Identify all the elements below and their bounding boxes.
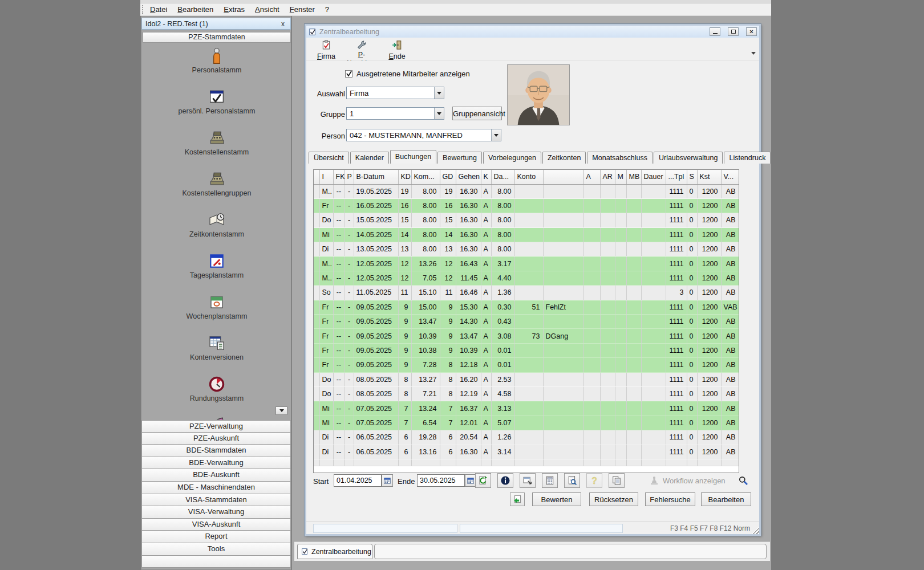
start-date-input[interactable]: 01.04.2025 [334, 474, 382, 487]
booking-row[interactable]: Fr---09.05.202597.28812.18A0.01111101200… [314, 358, 739, 372]
sidebar-section-bde-verwaltung[interactable]: BDE-Verwaltung [141, 457, 291, 470]
booking-row[interactable]: Fr---09.05.2025910.38910.39A0.0111110120… [314, 343, 739, 357]
booking-row[interactable]: Fr---09.05.2025915.00915.30A0.3051FehlZt… [314, 300, 739, 314]
column-header-kom[interactable]: Kom... [411, 170, 440, 184]
sidebar-section-mde-maschinendaten[interactable]: MDE - Maschinendaten [141, 482, 291, 494]
toolbar-button-ende[interactable]: Ende [379, 39, 415, 61]
column-header-kst[interactable]: Kst [697, 170, 721, 184]
sidebar-section-report[interactable]: Report [141, 531, 291, 543]
booking-row[interactable]: Di---13.05.2025138.001316.30A8.001111012… [314, 242, 739, 256]
sidebar-item-kostenstellenstamm[interactable]: Kostenstellenstamm [143, 129, 291, 166]
tab-übersicht[interactable]: Übersicht [309, 152, 349, 164]
sidebar-item-wochenplanstamm[interactable]: Wochenplanstamm [143, 293, 291, 330]
column-header-tpl[interactable]: ...Tpl [666, 170, 687, 184]
tab-monatsabschluss[interactable]: Monatsabschluss [587, 152, 653, 164]
booking-row[interactable]: Fr---09.05.2025913.47914.30A0.4311110120… [314, 315, 739, 329]
tab-bewertung[interactable]: Bewertung [437, 152, 482, 164]
column-header-konto[interactable]: Konto [514, 170, 543, 184]
ausgetretene-checkbox[interactable] [345, 70, 352, 78]
tab-kalender[interactable]: Kalender [350, 152, 389, 164]
toolbar-button-firma[interactable]: Firma [309, 39, 344, 61]
resize-grip[interactable] [752, 527, 759, 534]
column-header-p[interactable]: P [345, 170, 354, 184]
sidebar-section-visa-verwaltung[interactable]: VISA-Verwaltung [141, 506, 291, 519]
sidebar-item-pers-nl-personalstamm[interactable]: persönl. Personalstamm [143, 88, 291, 125]
ende-date-input[interactable]: 30.05.2025 [417, 474, 465, 487]
sidebar-section-pze-verwaltung[interactable]: PZE-Verwaltung [141, 420, 291, 433]
menu-item-bearbeiten[interactable]: Bearbeiten [172, 4, 218, 15]
sidebar-section-visa-stammdaten[interactable]: VISA-Stammdaten [141, 494, 291, 507]
column-header-ar[interactable]: AR [600, 170, 615, 184]
column-header-k[interactable]: K [481, 170, 491, 184]
column-header-kd[interactable]: KD [398, 170, 411, 184]
minimize-button[interactable] [710, 27, 720, 36]
column-header-gd[interactable]: GD [440, 170, 456, 184]
column-header-m[interactable]: M [615, 170, 626, 184]
column-header-fk[interactable]: FK [333, 170, 345, 184]
toolbar-overflow-icon[interactable] [751, 52, 756, 55]
gruppe-combobox[interactable]: 1 [346, 107, 444, 120]
chevron-down-icon[interactable] [434, 108, 444, 119]
sidebar-section-bde-auskunft[interactable]: BDE-Auskunft [141, 469, 291, 482]
tab-urlaubsverwaltung[interactable]: Urlaubsverwaltung [654, 152, 723, 164]
sidebar-section-tools[interactable]: Tools [141, 543, 291, 556]
start-calendar-button[interactable] [382, 474, 393, 487]
column-header-da[interactable]: Da... [491, 170, 514, 184]
bewerten-button[interactable]: Bewerten [532, 492, 581, 506]
sidebar-item-rundungsstamm[interactable]: Rundungsstamm [143, 375, 291, 412]
booking-row[interactable]: So---11.05.20251115.101116.46A1.36301200… [314, 286, 739, 300]
column-header-i[interactable]: I [319, 170, 333, 184]
inspect-button[interactable] [735, 473, 751, 488]
column-header-mb[interactable]: MB [626, 170, 641, 184]
chevron-down-icon[interactable] [491, 129, 501, 141]
booking-row[interactable]: Fr---09.05.2025910.39913.47A3.0873DGang1… [314, 329, 739, 343]
bearbeiten-button[interactable]: Bearbeiten [701, 492, 751, 506]
column-header-gehen[interactable]: Gehen [456, 170, 481, 184]
booking-row[interactable]: Mi---07.05.202576.54712.01A5.07111101200… [314, 416, 739, 430]
ruecksetzen-button[interactable]: Rücksetzen [589, 492, 638, 506]
sidebar-item-personalstamm[interactable]: Personalstamm [143, 47, 291, 84]
gruppenansicht-button[interactable]: Gruppenansicht [452, 107, 502, 120]
booking-row[interactable]: M..---19.05.2025198.001916.30A8.00111101… [314, 184, 739, 198]
document-search-button[interactable] [564, 473, 580, 488]
sidebar-item-tagesplanstamm[interactable]: Tagesplanstamm [143, 252, 291, 289]
sidebar-close-icon[interactable]: x [279, 20, 287, 28]
sidebar-scroll-down-button[interactable] [275, 406, 287, 415]
column-header-dauer[interactable]: Dauer [641, 170, 666, 184]
person-combobox[interactable]: 042 - MUSTERMANN, MANFRED [346, 129, 501, 141]
auswahl-combobox[interactable]: Firma [346, 87, 444, 99]
column-header-a[interactable]: A [583, 170, 600, 184]
sidebar-section-pze-auskunft[interactable]: PZE-Auskunft [141, 433, 291, 445]
menu-item-ansicht[interactable]: Ansicht [250, 4, 285, 15]
sidebar-item-kostenstellengruppen[interactable]: Kostenstellengruppen [143, 170, 291, 207]
menu-item-fenster[interactable]: Fenster [285, 4, 320, 15]
column-header-bdatum[interactable]: B-Datum [354, 170, 398, 184]
close-button[interactable]: × [746, 27, 757, 36]
fehlersuche-button[interactable]: Fehlersuche [645, 492, 695, 506]
column-header-v[interactable]: V... [721, 170, 739, 184]
sidebar-section-visa-auskunft[interactable]: VISA-Auskunft [141, 519, 291, 531]
calculator-button[interactable] [542, 473, 558, 488]
info-button[interactable] [497, 473, 513, 488]
workflow-control[interactable]: Workflow anzeigen [649, 475, 726, 486]
menu-item-extras[interactable]: Extras [218, 4, 250, 15]
sidebar-section-bde-stammdaten[interactable]: BDE-Stammdaten [141, 445, 291, 457]
maximize-button[interactable] [728, 27, 739, 36]
taskbar-tab-zentralbearbeitung[interactable]: Zentralbearbeitung [297, 544, 372, 559]
booking-row[interactable]: M..---12.05.2025127.051211.45A4.40111101… [314, 271, 739, 285]
menu-item-datei[interactable]: Datei [145, 4, 172, 15]
sidebar-item-kostenstellen-zeitgruppen[interactable]: Kostenstellen-Zeitgruppen [143, 416, 291, 420]
tab-listendruck[interactable]: Listendruck [724, 152, 771, 164]
sidebar-section-partial[interactable] [141, 556, 291, 568]
tab-vorbelegungen[interactable]: Vorbelegungen [483, 152, 541, 164]
menu-item-?[interactable]: ? [320, 4, 334, 15]
sidebar-item-zeitkontenstamm[interactable]: Zeitkontenstamm [143, 211, 291, 248]
booking-row[interactable]: Do---08.05.202587.21812.19A4.58111101200… [314, 386, 739, 401]
sidebar-item-kontenversionen[interactable]: Kontenversionen [143, 334, 291, 371]
booking-row[interactable]: Mi---07.05.2025713.24716.37A3.1311110120… [314, 401, 739, 416]
ende-calendar-button[interactable] [465, 474, 476, 487]
booking-row[interactable]: M..---12.05.20251213.261216.43A3.1711110… [314, 256, 739, 271]
booking-row[interactable]: Di---06.05.2025613.16616.30A3.1411110120… [314, 445, 739, 459]
column-header-blank[interactable] [314, 170, 319, 184]
booking-row[interactable]: Di---06.05.2025619.28620.54A1.2611110120… [314, 430, 739, 445]
